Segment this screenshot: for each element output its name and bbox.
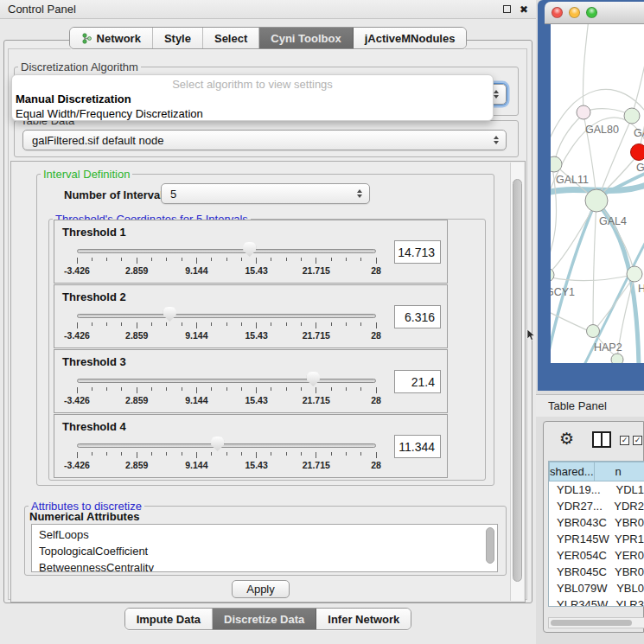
- numerical-attributes-list[interactable]: SelfLoopsTopologicalCoefficientBetweenne…: [31, 524, 498, 572]
- panel-title: Control Panel: [8, 3, 76, 16]
- table-column-header[interactable]: n: [595, 462, 644, 481]
- threshold-value-field[interactable]: 14.713: [394, 240, 441, 264]
- slider-tick-label: 9.144: [185, 265, 207, 276]
- slider-tick: [360, 452, 361, 456]
- network-canvas[interactable]: GAL80GAGGAL11GAL4GCY1HHAP2: [551, 24, 644, 363]
- slider-tick-label: 28: [371, 460, 381, 470]
- attributes-list-scrollbar-thumb[interactable]: [486, 527, 494, 564]
- threshold-label: Threshold 2: [62, 290, 126, 303]
- node-attribute-table[interactable]: shared...nYDL19...YDL1YDR27...YDR2YBR043…: [548, 461, 644, 607]
- table-row[interactable]: YDR27...YDR2: [549, 498, 644, 514]
- network-node[interactable]: [627, 266, 642, 282]
- table-cell[interactable]: YDL1: [612, 483, 644, 496]
- threshold-label: Threshold 1: [62, 226, 126, 239]
- table-cell[interactable]: YBL079W: [549, 582, 613, 595]
- dropdown-option-manual-discretization[interactable]: Manual Discretization: [12, 92, 493, 106]
- table-row[interactable]: YER054CYER0: [549, 547, 644, 564]
- attribute-item-betweennesscentrality[interactable]: BetweennessCentrality: [39, 559, 497, 572]
- table-row[interactable]: YBR045CYBR0: [549, 564, 644, 580]
- threshold-slider-thumb[interactable]: [307, 372, 320, 386]
- float-window-icon[interactable]: [503, 5, 511, 13]
- threshold-slider-thumb[interactable]: [243, 242, 256, 257]
- table-cell[interactable]: YLR345W: [549, 598, 612, 607]
- table-row[interactable]: YBL079WYBL0: [549, 580, 644, 596]
- network-node[interactable]: [624, 108, 640, 124]
- checkbox-icon[interactable]: ✓: [620, 436, 629, 445]
- bottom-tab-impute-data[interactable]: Impute Data: [125, 609, 213, 629]
- number-of-intervals-combo[interactable]: 5: [161, 183, 370, 204]
- slider-tick: [331, 258, 332, 261]
- minimize-traffic-light-icon[interactable]: [569, 7, 580, 18]
- table-cell[interactable]: YDR27...: [549, 500, 610, 513]
- table-cell[interactable]: YBR045C: [549, 565, 611, 578]
- table-cell[interactable]: YDR2: [610, 500, 644, 513]
- network-node[interactable]: [631, 144, 644, 161]
- network-node[interactable]: [551, 268, 554, 282]
- close-icon[interactable]: ✖: [520, 5, 528, 14]
- table-cell[interactable]: YPR1: [611, 532, 644, 545]
- threshold-value-field[interactable]: 6.316: [394, 305, 441, 328]
- slider-tick-label: 21.715: [303, 395, 330, 405]
- slider-tick: [211, 452, 212, 456]
- threshold-slider-track[interactable]: [77, 379, 376, 383]
- checkbox-icon[interactable]: ✓: [633, 436, 642, 445]
- slider-tick: [166, 258, 167, 261]
- table-row[interactable]: YPR145WYPR1: [549, 531, 644, 547]
- threshold-slider-track[interactable]: [77, 249, 376, 253]
- vertical-scrollbar-thumb[interactable]: [513, 179, 522, 582]
- bottom-tab-infer-network[interactable]: Infer Network: [316, 609, 411, 629]
- threshold-slider-track[interactable]: [77, 443, 376, 448]
- network-node[interactable]: [587, 325, 600, 338]
- apply-button[interactable]: Apply: [232, 580, 290, 598]
- columns-icon[interactable]: [592, 431, 611, 448]
- combo-arrows-icon: [494, 90, 499, 99]
- close-traffic-light-icon[interactable]: [552, 7, 563, 18]
- threshold-slider-track[interactable]: [77, 314, 376, 318]
- threshold-slider-thumb[interactable]: [163, 307, 176, 322]
- table-row[interactable]: YDL19...YDL1: [549, 481, 644, 498]
- table-cell[interactable]: YLR3: [612, 598, 644, 607]
- table-row[interactable]: YBR043CYBR0: [549, 514, 644, 531]
- slider-tick: [106, 452, 107, 456]
- table-row[interactable]: YLR345WYLR3: [549, 596, 644, 607]
- network-node[interactable]: [577, 105, 590, 119]
- tab-network[interactable]: Network: [70, 28, 153, 48]
- bottom-tab-discretize-data[interactable]: Discretize Data: [213, 609, 316, 629]
- vertical-scrollbar[interactable]: [510, 163, 524, 601]
- tab-label: Impute Data: [137, 613, 201, 626]
- network-node[interactable]: [585, 189, 608, 212]
- gear-icon[interactable]: ⚙: [559, 427, 574, 450]
- table-cell[interactable]: YER0: [611, 549, 644, 562]
- table-cell[interactable]: YDL19...: [549, 483, 612, 496]
- slider-tick: [137, 452, 137, 458]
- table-cell[interactable]: YPR145W: [549, 532, 611, 545]
- network-node[interactable]: [551, 156, 562, 172]
- slider-tick: [256, 452, 257, 458]
- table-cell[interactable]: YBR0: [611, 565, 644, 578]
- table-cell[interactable]: YBL0: [613, 582, 644, 595]
- slider-tick: [271, 387, 271, 391]
- network-window-titlebar[interactable]: [545, 2, 644, 24]
- table-cell[interactable]: YBR043C: [549, 516, 611, 529]
- horizontal-scrollbar-thumb[interactable]: [551, 620, 632, 626]
- dropdown-option-equal-width-frequency[interactable]: Equal Width/Frequency Discretization: [12, 106, 493, 121]
- attribute-item-selfloops[interactable]: SelfLoops: [39, 526, 497, 543]
- tab-style[interactable]: Style: [153, 28, 203, 48]
- network-node-label: HAP2: [594, 341, 622, 354]
- table-data-combo[interactable]: galFiltered.sif default node: [22, 130, 507, 150]
- tab-jactivemnodules[interactable]: jActiveMNodules: [354, 28, 467, 48]
- attribute-item-topologicalcoefficient[interactable]: TopologicalCoefficient: [39, 543, 497, 559]
- zoom-traffic-light-icon[interactable]: [586, 7, 597, 18]
- network-edge: [583, 24, 589, 112]
- table-cell[interactable]: YER054C: [549, 549, 611, 562]
- tab-select[interactable]: Select: [203, 28, 259, 48]
- network-node[interactable]: [611, 354, 623, 363]
- threshold-slider-thumb[interactable]: [211, 437, 224, 451]
- slider-tick: [241, 322, 242, 326]
- table-cell[interactable]: YBR0: [611, 516, 644, 529]
- tab-cyni-toolbox[interactable]: Cyni Toolbox: [259, 28, 353, 48]
- threshold-value-field[interactable]: 11.344: [394, 435, 441, 458]
- table-column-header[interactable]: shared...: [549, 462, 595, 481]
- threshold-value-field[interactable]: 21.4: [394, 370, 441, 393]
- horizontal-scrollbar[interactable]: [548, 617, 644, 628]
